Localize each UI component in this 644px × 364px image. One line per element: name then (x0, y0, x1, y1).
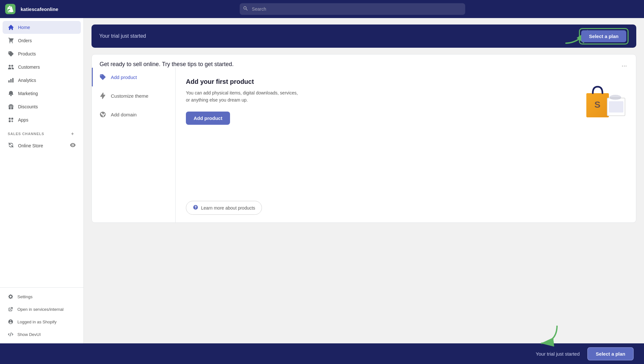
customize-theme-label: Customize theme (111, 93, 149, 99)
bottom-trial-bar: Your trial just started Select a plan (0, 343, 644, 364)
add-domain-icon (99, 111, 106, 118)
svg-point-6 (610, 95, 621, 100)
logged-in-label: Logged in as Shopify (17, 320, 56, 324)
trial-banner-top: Your trial just started Select a plan (91, 25, 636, 48)
discounts-icon (8, 103, 14, 110)
sidebar-item-open-internal[interactable]: Open in services/internal (3, 303, 81, 315)
trial-banner-text: Your trial just started (99, 33, 146, 39)
settings-icon (8, 294, 14, 300)
search-input[interactable] (240, 3, 465, 15)
sidebar-item-online-store[interactable]: Online Store (3, 139, 81, 152)
top-nav: katiescafeonline (0, 0, 644, 18)
sidebar-item-discounts-label: Discounts (18, 104, 38, 109)
sidebar-item-discounts[interactable]: Discounts (3, 100, 81, 113)
select-plan-button-top[interactable]: Select a plan (581, 30, 626, 42)
sidebar-item-show-devui[interactable]: Show DevUI (3, 328, 81, 340)
tips-more-options-button[interactable]: ... (620, 61, 628, 67)
sidebar-item-marketing[interactable]: Marketing (3, 87, 81, 100)
store-name: katiescafeonline (21, 6, 58, 12)
sidebar-item-analytics[interactable]: Analytics (3, 74, 81, 87)
sidebar-item-customers[interactable]: Customers (3, 61, 81, 74)
svg-text:S: S (594, 100, 601, 110)
product-illustration: S (577, 75, 628, 121)
tips-content-description: You can add physical items, digital down… (186, 89, 302, 104)
sidebar-item-logged-in[interactable]: Logged in as Shopify (3, 316, 81, 328)
online-store-label: Online Store (18, 143, 43, 148)
online-store-eye-icon (70, 142, 76, 149)
customize-theme-icon (99, 92, 106, 99)
user-icon (8, 319, 14, 325)
sidebar-item-apps[interactable]: Apps (3, 113, 81, 126)
tips-content-panel: S Add your first product You can add phy… (176, 68, 636, 222)
tips-steps-list: Add product Customize theme (92, 68, 176, 222)
sidebar: Home Orders Products (0, 18, 84, 343)
sidebar-item-products[interactable]: Products (3, 47, 81, 60)
tips-card: Get ready to sell online. Try these tips… (91, 54, 636, 223)
add-product-icon (99, 74, 106, 81)
external-link-icon (8, 306, 14, 312)
sidebar-item-orders[interactable]: Orders (3, 34, 81, 47)
arrow-indicator-bottom (531, 322, 570, 348)
sales-channels-label: SALES CHANNELS (0, 127, 83, 138)
sidebar-bottom: Settings Open in services/internal Lo (0, 287, 83, 343)
select-plan-button-bottom[interactable]: Select a plan (587, 347, 634, 360)
tips-content-info: Add your first product You can add physi… (186, 78, 626, 125)
sidebar-item-customers-label: Customers (18, 64, 40, 70)
settings-label: Settings (17, 294, 33, 299)
tips-step-customize-theme[interactable]: Customize theme (92, 86, 175, 105)
svg-rect-5 (609, 101, 623, 113)
marketing-icon (8, 90, 14, 97)
sidebar-nav: Home Orders Products (0, 18, 83, 287)
shopify-logo (5, 4, 15, 14)
products-icon (8, 51, 14, 57)
learn-more-button[interactable]: Learn more about products (186, 201, 262, 215)
apps-icon (8, 117, 14, 123)
add-sales-channel-button[interactable] (69, 131, 76, 137)
add-domain-label: Add domain (111, 112, 137, 117)
add-product-label: Add product (111, 74, 137, 80)
sidebar-item-apps-label: Apps (18, 117, 28, 123)
add-product-action-button[interactable]: Add product (186, 112, 230, 125)
tips-content-bottom: Learn more about products (186, 201, 626, 215)
show-devui-label: Show DevUI (17, 332, 41, 337)
question-circle-icon (193, 204, 198, 211)
select-plan-button-wrap-top: Select a plan (579, 28, 629, 44)
home-icon (8, 24, 14, 31)
orders-icon (8, 37, 14, 44)
sidebar-item-orders-label: Orders (18, 38, 32, 43)
search-icon (243, 6, 248, 12)
content-area: Your trial just started Select a plan Ge… (84, 18, 644, 343)
devui-icon (8, 331, 14, 337)
sidebar-item-home-label: Home (18, 25, 30, 30)
analytics-icon (8, 77, 14, 84)
tips-card-header: Get ready to sell online. Try these tips… (92, 54, 636, 68)
tips-step-add-product[interactable]: Add product (92, 68, 175, 86)
sidebar-item-analytics-label: Analytics (18, 78, 36, 83)
learn-more-label: Learn more about products (201, 205, 255, 211)
bottom-trial-text: Your trial just started (536, 351, 580, 357)
tips-card-body: Add product Customize theme (92, 68, 636, 222)
sidebar-item-products-label: Products (18, 51, 36, 56)
open-internal-label: Open in services/internal (17, 307, 63, 312)
tips-step-add-domain[interactable]: Add domain (92, 105, 175, 124)
sidebar-item-home[interactable]: Home (3, 21, 81, 34)
online-store-icon (8, 142, 14, 149)
tips-card-title: Get ready to sell online. Try these tips… (100, 61, 234, 68)
main-layout: Home Orders Products (0, 18, 644, 343)
sidebar-item-marketing-label: Marketing (18, 91, 38, 96)
tips-content-action: Add product (186, 112, 626, 125)
customers-icon (8, 64, 14, 70)
tips-content-title: Add your first product (186, 78, 626, 85)
sidebar-item-settings[interactable]: Settings (3, 290, 81, 303)
search-bar[interactable] (240, 3, 465, 15)
